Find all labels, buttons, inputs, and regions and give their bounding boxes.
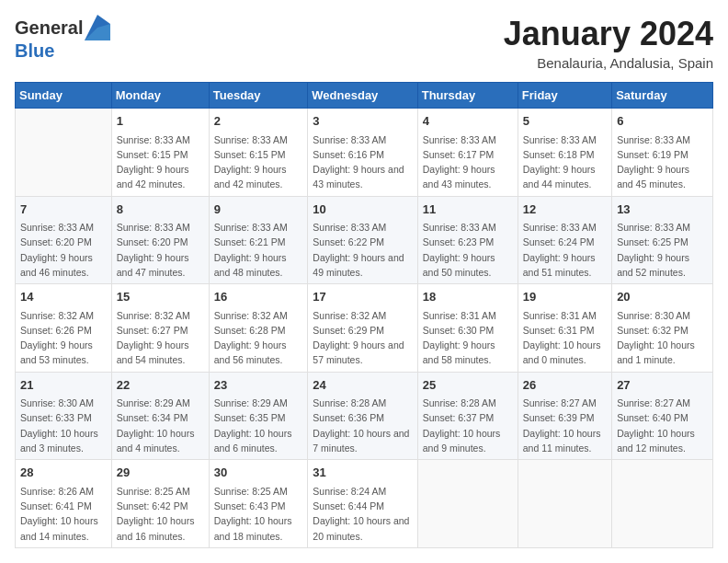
- cell-info: Sunrise: 8:33 AMSunset: 6:21 PMDaylight:…: [214, 220, 303, 280]
- day-number: 19: [523, 288, 607, 306]
- day-number: 25: [423, 376, 513, 395]
- calendar-week-row: 28Sunrise: 8:26 AMSunset: 6:41 PMDayligh…: [16, 460, 713, 548]
- day-number: 23: [214, 376, 303, 395]
- calendar-cell: 2Sunrise: 8:33 AMSunset: 6:15 PMDaylight…: [209, 109, 308, 197]
- calendar-cell: 20Sunrise: 8:30 AMSunset: 6:32 PMDayligh…: [612, 284, 713, 373]
- day-number: 26: [523, 376, 607, 395]
- day-number: 21: [20, 376, 107, 395]
- day-number: 8: [117, 201, 204, 219]
- cell-info: Sunrise: 8:33 AMSunset: 6:16 PMDaylight:…: [313, 132, 412, 192]
- cell-info: Sunrise: 8:32 AMSunset: 6:28 PMDaylight:…: [214, 308, 303, 368]
- calendar-cell: 24Sunrise: 8:28 AMSunset: 6:36 PMDayligh…: [308, 372, 417, 460]
- column-header-wednesday: Wednesday: [308, 83, 417, 109]
- day-number: 22: [117, 376, 204, 395]
- calendar-cell: 18Sunrise: 8:31 AMSunset: 6:30 PMDayligh…: [417, 284, 518, 373]
- cell-info: Sunrise: 8:26 AMSunset: 6:41 PMDaylight:…: [20, 484, 107, 544]
- cell-info: Sunrise: 8:25 AMSunset: 6:42 PMDaylight:…: [117, 484, 204, 544]
- day-number: 28: [20, 464, 107, 482]
- logo-blue-text: Blue: [15, 40, 54, 61]
- day-number: 7: [20, 201, 107, 219]
- cell-info: Sunrise: 8:30 AMSunset: 6:33 PMDaylight:…: [20, 396, 107, 455]
- cell-info: Sunrise: 8:33 AMSunset: 6:19 PMDaylight:…: [617, 132, 708, 192]
- day-number: 2: [214, 112, 303, 131]
- cell-info: Sunrise: 8:33 AMSunset: 6:18 PMDaylight:…: [523, 132, 607, 192]
- cell-info: Sunrise: 8:33 AMSunset: 6:22 PMDaylight:…: [313, 220, 412, 280]
- calendar-table: SundayMondayTuesdayWednesdayThursdayFrid…: [15, 82, 713, 548]
- cell-info: Sunrise: 8:33 AMSunset: 6:25 PMDaylight:…: [617, 220, 708, 280]
- calendar-cell: 27Sunrise: 8:27 AMSunset: 6:40 PMDayligh…: [612, 372, 713, 460]
- calendar-cell: 28Sunrise: 8:26 AMSunset: 6:41 PMDayligh…: [16, 460, 112, 548]
- day-number: 5: [523, 112, 607, 131]
- calendar-week-row: 7Sunrise: 8:33 AMSunset: 6:20 PMDaylight…: [16, 196, 713, 284]
- day-number: 24: [313, 376, 412, 395]
- column-header-friday: Friday: [518, 83, 611, 109]
- calendar-cell: 16Sunrise: 8:32 AMSunset: 6:28 PMDayligh…: [209, 284, 308, 373]
- column-header-sunday: Sunday: [16, 83, 112, 109]
- day-number: 30: [214, 464, 303, 482]
- cell-info: Sunrise: 8:27 AMSunset: 6:40 PMDaylight:…: [617, 396, 708, 455]
- cell-info: Sunrise: 8:31 AMSunset: 6:31 PMDaylight:…: [523, 308, 607, 368]
- cell-info: Sunrise: 8:28 AMSunset: 6:37 PMDaylight:…: [423, 396, 513, 455]
- cell-info: Sunrise: 8:30 AMSunset: 6:32 PMDaylight:…: [617, 308, 708, 368]
- day-number: 16: [214, 288, 303, 306]
- calendar-cell: 6Sunrise: 8:33 AMSunset: 6:19 PMDaylight…: [612, 109, 713, 197]
- day-number: 27: [617, 376, 708, 395]
- day-number: 13: [617, 201, 708, 219]
- subtitle: Benalauria, Andalusia, Spain: [504, 55, 713, 71]
- day-number: 17: [313, 288, 412, 306]
- logo: General Blue: [15, 15, 110, 61]
- calendar-cell: 13Sunrise: 8:33 AMSunset: 6:25 PMDayligh…: [612, 196, 713, 284]
- cell-info: Sunrise: 8:29 AMSunset: 6:35 PMDaylight:…: [214, 396, 303, 455]
- calendar-cell: 15Sunrise: 8:32 AMSunset: 6:27 PMDayligh…: [111, 284, 209, 373]
- calendar-cell: 9Sunrise: 8:33 AMSunset: 6:21 PMDaylight…: [209, 196, 308, 284]
- logo-general-text: General: [15, 17, 83, 38]
- cell-info: Sunrise: 8:25 AMSunset: 6:43 PMDaylight:…: [214, 484, 303, 544]
- calendar-cell: 7Sunrise: 8:33 AMSunset: 6:20 PMDaylight…: [16, 196, 112, 284]
- cell-info: Sunrise: 8:33 AMSunset: 6:15 PMDaylight:…: [117, 132, 204, 192]
- calendar-cell: 8Sunrise: 8:33 AMSunset: 6:20 PMDaylight…: [111, 196, 209, 284]
- calendar-cell: 5Sunrise: 8:33 AMSunset: 6:18 PMDaylight…: [518, 109, 611, 197]
- calendar-cell: 4Sunrise: 8:33 AMSunset: 6:17 PMDaylight…: [417, 109, 518, 197]
- day-number: 10: [313, 201, 412, 219]
- calendar-cell: 17Sunrise: 8:32 AMSunset: 6:29 PMDayligh…: [308, 284, 417, 373]
- calendar-header-row: SundayMondayTuesdayWednesdayThursdayFrid…: [16, 83, 713, 109]
- column-header-monday: Monday: [111, 83, 209, 109]
- cell-info: Sunrise: 8:32 AMSunset: 6:29 PMDaylight:…: [313, 308, 412, 368]
- calendar-cell: 23Sunrise: 8:29 AMSunset: 6:35 PMDayligh…: [209, 372, 308, 460]
- calendar-cell: 21Sunrise: 8:30 AMSunset: 6:33 PMDayligh…: [16, 372, 112, 460]
- calendar-cell: 31Sunrise: 8:24 AMSunset: 6:44 PMDayligh…: [308, 460, 417, 548]
- calendar-cell: 3Sunrise: 8:33 AMSunset: 6:16 PMDaylight…: [308, 109, 417, 197]
- day-number: 1: [117, 112, 204, 131]
- calendar-cell: 10Sunrise: 8:33 AMSunset: 6:22 PMDayligh…: [308, 196, 417, 284]
- calendar-cell: [16, 109, 112, 197]
- calendar-cell: 25Sunrise: 8:28 AMSunset: 6:37 PMDayligh…: [417, 372, 518, 460]
- cell-info: Sunrise: 8:29 AMSunset: 6:34 PMDaylight:…: [117, 396, 204, 455]
- calendar-cell: 29Sunrise: 8:25 AMSunset: 6:42 PMDayligh…: [111, 460, 209, 548]
- calendar-cell: 19Sunrise: 8:31 AMSunset: 6:31 PMDayligh…: [518, 284, 611, 373]
- cell-info: Sunrise: 8:33 AMSunset: 6:20 PMDaylight:…: [20, 220, 107, 280]
- calendar-cell: 26Sunrise: 8:27 AMSunset: 6:39 PMDayligh…: [518, 372, 611, 460]
- day-number: 9: [214, 201, 303, 219]
- cell-info: Sunrise: 8:27 AMSunset: 6:39 PMDaylight:…: [523, 396, 607, 455]
- cell-info: Sunrise: 8:24 AMSunset: 6:44 PMDaylight:…: [313, 484, 412, 544]
- title-block: January 2024 Benalauria, Andalusia, Spai…: [504, 15, 713, 71]
- day-number: 29: [117, 464, 204, 482]
- calendar-week-row: 14Sunrise: 8:32 AMSunset: 6:26 PMDayligh…: [16, 284, 713, 373]
- calendar-cell: 1Sunrise: 8:33 AMSunset: 6:15 PMDaylight…: [111, 109, 209, 197]
- calendar-cell: 30Sunrise: 8:25 AMSunset: 6:43 PMDayligh…: [209, 460, 308, 548]
- calendar-week-row: 1Sunrise: 8:33 AMSunset: 6:15 PMDaylight…: [16, 109, 713, 197]
- day-number: 31: [313, 464, 412, 482]
- cell-info: Sunrise: 8:33 AMSunset: 6:23 PMDaylight:…: [423, 220, 513, 280]
- column-header-saturday: Saturday: [612, 83, 713, 109]
- calendar-cell: 22Sunrise: 8:29 AMSunset: 6:34 PMDayligh…: [111, 372, 209, 460]
- day-number: 6: [617, 112, 708, 131]
- calendar-cell: [518, 460, 611, 548]
- calendar-cell: 11Sunrise: 8:33 AMSunset: 6:23 PMDayligh…: [417, 196, 518, 284]
- day-number: 18: [423, 288, 513, 306]
- day-number: 4: [423, 112, 513, 131]
- calendar-cell: [612, 460, 713, 548]
- cell-info: Sunrise: 8:32 AMSunset: 6:26 PMDaylight:…: [20, 308, 107, 368]
- column-header-thursday: Thursday: [417, 83, 518, 109]
- day-number: 3: [313, 112, 412, 131]
- column-header-tuesday: Tuesday: [209, 83, 308, 109]
